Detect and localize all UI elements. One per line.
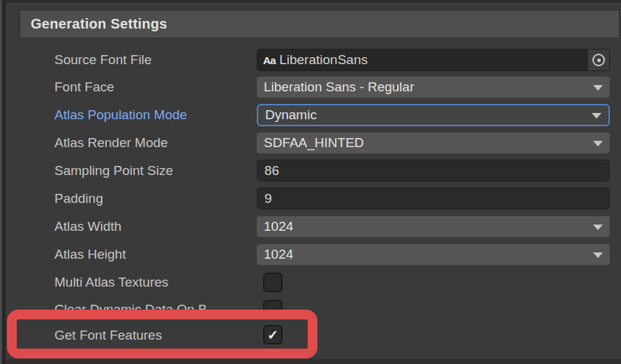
top-divider <box>6 0 621 3</box>
row-get-font-features: Get Font Features ✓ <box>0 325 621 345</box>
row-source-font-file: Source Font File Aa LiberationSans <box>0 49 621 71</box>
row-font-face: Font Face Liberation Sans - Regular <box>0 77 621 98</box>
atlas-height-dropdown[interactable]: 1024 <box>257 244 610 265</box>
multi-atlas-textures-checkbox[interactable] <box>263 273 283 292</box>
font-asset-icon: Aa <box>263 54 276 66</box>
atlas-render-mode-dropdown[interactable]: SDFAA_HINTED <box>257 132 610 153</box>
dropdown-value: 1024 <box>264 247 293 262</box>
row-padding: Padding 9 <box>0 188 621 209</box>
field-label: Atlas Height <box>54 244 126 265</box>
dropdown-arrow-icon <box>593 141 603 146</box>
dropdown-arrow-icon <box>593 225 603 230</box>
row-atlas-height: Atlas Height 1024 <box>0 244 621 265</box>
field-label: Source Font File <box>54 49 151 71</box>
row-atlas-width: Atlas Width 1024 <box>0 216 621 237</box>
padding-input[interactable]: 9 <box>257 188 610 209</box>
field-label: Get Font Features <box>54 325 162 345</box>
dropdown-arrow-icon <box>593 252 603 258</box>
dropdown-value: Dynamic <box>265 107 317 123</box>
row-clear-dynamic-data: Clear Dynamic Data On B <box>0 300 621 319</box>
dropdown-arrow-icon <box>592 113 601 119</box>
row-atlas-render-mode: Atlas Render Mode SDFAA_HINTED <box>0 132 621 153</box>
field-label: Atlas Width <box>54 216 121 237</box>
field-label: Atlas Population Mode <box>54 104 187 126</box>
get-font-features-checkbox[interactable]: ✓ <box>263 325 283 344</box>
dropdown-value: Liberation Sans - Regular <box>264 79 414 95</box>
section-title: Generation Settings <box>31 16 167 32</box>
font-face-dropdown[interactable]: Liberation Sans - Regular <box>257 77 610 98</box>
clear-dynamic-data-checkbox[interactable] <box>263 300 283 319</box>
object-picker-button[interactable] <box>588 50 609 70</box>
row-sampling-point-size: Sampling Point Size 86 <box>0 160 621 181</box>
dropdown-arrow-icon <box>593 85 603 91</box>
field-label: Multi Atlas Textures <box>54 273 168 292</box>
object-field-content: Aa LiberationSans <box>257 50 588 70</box>
field-label: Padding <box>54 188 103 209</box>
row-atlas-population-mode: Atlas Population Mode Dynamic <box>0 104 621 126</box>
sampling-point-size-input[interactable]: 86 <box>257 160 610 181</box>
bottom-divider <box>6 359 621 364</box>
atlas-width-dropdown[interactable]: 1024 <box>257 216 610 237</box>
dropdown-value: 1024 <box>264 219 293 234</box>
field-label: Sampling Point Size <box>54 160 173 181</box>
generation-settings-header[interactable]: Generation Settings <box>20 10 620 38</box>
source-font-file-object-field[interactable]: Aa LiberationSans <box>257 49 610 71</box>
atlas-population-mode-dropdown[interactable]: Dynamic <box>257 104 610 126</box>
checkmark-icon: ✓ <box>267 328 278 342</box>
dropdown-value: SDFAA_HINTED <box>264 135 364 151</box>
object-picker-icon <box>592 54 605 66</box>
field-label: Atlas Render Mode <box>54 132 168 153</box>
object-field-value: LiberationSans <box>279 52 368 68</box>
field-label: Font Face <box>54 77 114 98</box>
row-multi-atlas-textures: Multi Atlas Textures <box>0 273 621 292</box>
field-label: Clear Dynamic Data On B <box>54 300 207 319</box>
